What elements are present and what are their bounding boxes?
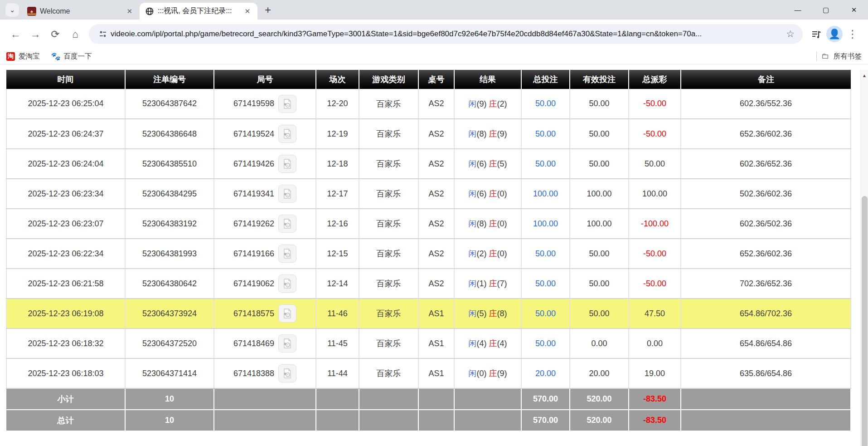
payout-cell: 0.00 [629,328,681,358]
page-content: 时间注单编号局号场次游戏类别桌号结果总投注有效投注总派彩备注 2025-12-2… [0,70,868,446]
video-replay-button[interactable] [278,215,296,233]
new-tab-button[interactable]: + [260,2,276,18]
scroll-up-arrow-icon[interactable]: ▲ [861,70,868,81]
minimize-button[interactable]: — [784,0,812,20]
video-replay-button[interactable] [278,304,296,323]
total-bet-cell: 50.00 [521,299,570,328]
total-bet-cell: 50.00 [521,239,570,269]
bet-id-cell: 523064386648 [125,119,214,149]
session-cell: 12-16 [316,209,359,239]
maximize-button[interactable]: ▢ [812,0,840,20]
tab-close-icon[interactable]: ✕ [242,6,253,16]
total-bet-link[interactable]: 50.00 [535,99,556,108]
chrome-menu-icon[interactable]: ⋮ [843,24,863,44]
banker-result: 庄 [489,129,497,138]
all-bookmarks-label: 所有书签 [834,52,862,61]
tab-strip: ⌄ ♠ Welcome ✕ :::视讯, 会员下注纪录::: ✕ + — ▢ ✕ [0,0,868,20]
total-bet-link[interactable]: 100.00 [533,189,558,198]
payout-cell: -100.00 [629,209,681,239]
baidu-paw-icon: 🐾 [52,52,60,61]
column-header: 结果 [454,70,521,89]
round-cell: 671419426 [214,149,316,179]
total-bet-link[interactable]: 20.00 [535,369,556,378]
back-button[interactable]: ← [5,24,25,44]
table-row: 2025-12-23 06:25:04 523064387642 6714195… [6,89,851,119]
total-count: 10 [125,410,214,431]
video-replay-button[interactable] [278,334,296,353]
page-scrollbar[interactable]: ▲ [860,70,868,446]
payout-cell: 50.00 [629,149,681,179]
bookmark-baidu[interactable]: 🐾 百度一下 [52,52,92,61]
address-bar[interactable]: videoie.com/ipl/portal.php/game/betrecor… [89,24,803,44]
column-header: 有效投注 [570,70,629,89]
game-type-cell: 百家乐 [359,179,418,209]
valid-bet-cell: 50.00 [570,89,629,119]
tab-welcome[interactable]: ♠ Welcome ✕ [22,3,140,20]
bet-id-cell: 523064384295 [125,179,214,209]
video-replay-button[interactable] [278,364,296,382]
table-no-cell: AS2 [418,209,454,239]
valid-bet-cell: 50.00 [570,119,629,149]
game-type-cell: 百家乐 [359,328,418,358]
bookmark-star-icon[interactable]: ☆ [784,29,796,39]
game-type-cell: 百家乐 [359,269,418,299]
game-type-cell: 百家乐 [359,89,418,119]
remark-cell: 652.36/602.36 [681,119,851,149]
total-bet-link[interactable]: 50.00 [535,339,556,348]
total-row: 总计 10 570.00 520.00 -83.50 [6,410,851,431]
video-replay-button[interactable] [278,274,296,293]
player-result: 闲 [468,189,476,198]
url-text[interactable]: videoie.com/ipl/portal.php/game/betrecor… [111,29,784,39]
total-bet-link[interactable]: 50.00 [535,129,556,138]
video-replay-button[interactable] [278,245,296,263]
column-header: 桌号 [418,70,454,89]
player-result: 闲 [468,129,476,138]
tab-title: Welcome [40,7,120,15]
total-bet-link[interactable]: 100.00 [533,219,558,228]
folder-icon: 🗀 [821,52,829,61]
session-cell: 11-46 [316,299,359,328]
close-window-button[interactable]: ✕ [840,0,868,20]
valid-bet-cell: 50.00 [570,269,629,299]
total-valid-bet: 520.00 [570,410,629,431]
forward-button[interactable]: → [25,24,45,44]
session-cell: 12-17 [316,179,359,209]
total-bet-link[interactable]: 50.00 [535,159,556,168]
session-cell: 11-44 [316,358,359,388]
bet-id-cell: 523064373924 [125,299,214,328]
column-header: 场次 [316,70,359,89]
bookmark-label: 爱淘宝 [19,52,40,61]
bookmarks-divider [816,52,817,61]
tab-search-button[interactable]: ⌄ [5,3,19,17]
table-no-cell: AS1 [418,299,454,328]
video-replay-button[interactable] [278,155,296,173]
profile-avatar[interactable]: 👤 [826,26,843,42]
video-replay-button[interactable] [278,125,296,143]
round-cell: 671419166 [214,239,316,269]
player-result: 闲 [468,99,476,108]
table-row: 2025-12-23 06:23:07 523064383192 6714192… [6,209,851,239]
result-cell: 闲(5) 庄(8) [454,299,521,328]
media-controls-icon[interactable] [806,24,826,44]
reload-button[interactable]: ⟳ [45,24,65,44]
bookmark-aitaobao[interactable]: 淘 爱淘宝 [6,52,40,61]
total-bet-link[interactable]: 50.00 [535,309,556,318]
tab-close-icon[interactable]: ✕ [124,6,135,16]
video-replay-button[interactable] [278,95,296,113]
all-bookmarks-button[interactable]: 所有书签 [834,52,862,61]
player-result: 闲 [468,159,476,168]
tab-bet-record[interactable]: :::视讯, 会员下注纪录::: ✕ [140,3,257,20]
banker-result: 庄 [489,309,497,318]
scrollbar-thumb[interactable] [862,196,868,446]
time-cell: 2025-12-23 06:24:04 [6,149,125,179]
site-info-icon[interactable] [95,29,111,39]
video-replay-button[interactable] [278,185,296,203]
valid-bet-cell: 50.00 [570,299,629,328]
total-bet-link[interactable]: 50.00 [535,279,556,288]
table-row: 2025-12-23 06:22:34 523064381993 6714191… [6,239,851,269]
round-cell: 671419524 [214,119,316,149]
time-cell: 2025-12-23 06:18:03 [6,358,125,388]
home-button[interactable]: ⌂ [65,24,85,44]
table-row: 2025-12-23 06:21:58 523064380642 6714190… [6,269,851,299]
total-bet-link[interactable]: 50.00 [535,249,556,258]
